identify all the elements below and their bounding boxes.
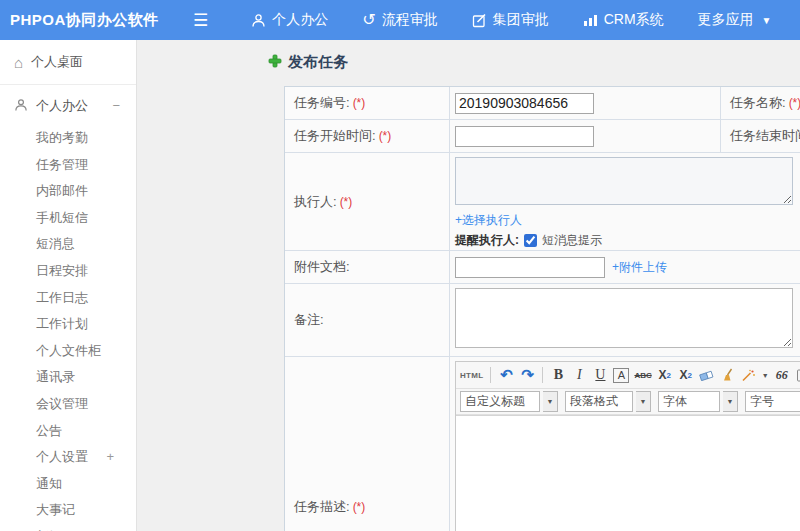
sidebar-item-work-plan[interactable]: 工作计划: [0, 311, 136, 338]
font-family-dropdown[interactable]: 字体: [658, 391, 720, 412]
editor-content-area[interactable]: [456, 415, 800, 531]
choose-executor-link[interactable]: +选择执行人: [455, 212, 522, 229]
attachment-input[interactable]: [455, 257, 605, 278]
top-nav: 个人办公 ↺ 流程审批 集团审批 CRM系统 更多应用 ▼: [234, 0, 788, 40]
html-source-button[interactable]: HTML: [460, 365, 483, 385]
page-title: 发布任务: [268, 53, 348, 72]
remark-textarea[interactable]: [455, 288, 793, 348]
sidebar-item-events[interactable]: 大事记: [0, 497, 136, 524]
format-brush-icon[interactable]: [720, 365, 736, 385]
custom-title-dropdown-caret[interactable]: ▼: [543, 391, 558, 412]
remind-line: 提醒执行人: 短消息提示: [455, 232, 800, 249]
row-attachment: 附件文档: +附件上传: [285, 251, 800, 284]
sidebar-item-work-log[interactable]: 工作日志: [0, 285, 136, 312]
plus-icon: [268, 54, 282, 72]
remark-label: 备注:: [285, 284, 450, 356]
font-family-dropdown-caret[interactable]: ▼: [723, 391, 738, 412]
nav-label: 更多应用: [698, 11, 754, 29]
paragraph-format-dropdown-caret[interactable]: ▼: [636, 391, 651, 412]
user-icon: [14, 98, 28, 115]
required-mark: (*): [340, 195, 353, 209]
sidebar-item-internal-mail[interactable]: 内部邮件: [0, 178, 136, 205]
nav-label: 个人办公: [272, 11, 328, 29]
sidebar-item-file-cabinet[interactable]: 个人文件柜: [0, 338, 136, 365]
sidebar-item-task-management[interactable]: 任务管理: [0, 152, 136, 179]
sidebar-item-label: 个人设置: [36, 449, 88, 464]
page-title-text: 发布任务: [288, 53, 348, 72]
executor-textarea[interactable]: [455, 157, 793, 205]
sidebar-item-announcement[interactable]: 公告: [0, 418, 136, 445]
required-mark: (*): [789, 96, 800, 110]
required-mark: (*): [379, 129, 392, 143]
nav-process-approval[interactable]: ↺ 流程审批: [345, 0, 454, 40]
user-icon: [251, 13, 266, 28]
underline-button[interactable]: U: [592, 365, 608, 385]
bar-chart-icon: [583, 13, 598, 27]
collapse-icon[interactable]: −: [112, 98, 120, 113]
sidebar-item-schedule[interactable]: 日程安排: [0, 258, 136, 285]
strikethrough-button[interactable]: ABC: [634, 365, 651, 385]
sidebar-item-desktop[interactable]: ⌂ 个人桌面: [0, 40, 136, 85]
blockquote-button[interactable]: 66: [774, 365, 790, 385]
end-time-label: 任务结束时间: (*): [721, 120, 800, 152]
chevron-down-icon: ▼: [762, 15, 772, 26]
superscript-button[interactable]: X2: [657, 365, 673, 385]
task-name-label: 任务名称: (*): [721, 87, 800, 119]
undo-icon[interactable]: ↶: [498, 365, 514, 385]
sidebar: ⌂ 个人桌面 个人办公 − 我的考勤 任务管理 内部邮件 手机短信 短消息 日程…: [0, 40, 137, 531]
sidebar-group-personal-office[interactable]: 个人办公 −: [0, 85, 136, 125]
paragraph-format-dropdown[interactable]: 段落格式: [565, 391, 633, 412]
nav-more-apps[interactable]: 更多应用 ▼: [681, 0, 789, 40]
app-logo: PHPOA协同办公软件: [0, 11, 165, 30]
row-task-number: 任务编号: (*) 任务名称: (*): [285, 87, 800, 120]
row-description: 任务描述: (*) HTML ↶ ↷ B I U A ABC: [285, 357, 800, 531]
remind-executor-label: 提醒执行人:: [455, 232, 519, 249]
sidebar-item-contacts[interactable]: 通讯录: [0, 364, 136, 391]
toolbar-separator: [542, 367, 543, 383]
toolbar-separator: [490, 367, 491, 383]
sidebar-item-label: 个人桌面: [31, 53, 83, 71]
eraser-icon[interactable]: [699, 365, 715, 385]
nav-group-approval[interactable]: 集团审批: [455, 0, 566, 40]
sidebar-item-news[interactable]: 新闻: [0, 524, 136, 531]
font-border-button[interactable]: A: [613, 368, 629, 383]
attachment-cell: +附件上传: [450, 251, 667, 283]
font-size-dropdown[interactable]: 字号: [745, 391, 800, 412]
sidebar-item-attendance[interactable]: 我的考勤: [0, 125, 136, 152]
sms-remind-checkbox[interactable]: [524, 234, 537, 247]
home-icon: ⌂: [14, 55, 23, 70]
custom-title-dropdown[interactable]: 自定义标题: [460, 391, 540, 412]
italic-button[interactable]: I: [571, 365, 587, 385]
subscript-button[interactable]: X2: [678, 365, 694, 385]
paste-text-icon[interactable]: T: [795, 365, 800, 385]
row-start-time: 任务开始时间: (*) 任务结束时间: (*): [285, 120, 800, 153]
menu-toggle-icon[interactable]: ☰: [193, 10, 208, 31]
nav-label: 流程审批: [382, 11, 438, 29]
row-remark: 备注:: [285, 284, 800, 357]
task-number-label: 任务编号: (*): [285, 87, 450, 119]
sidebar-item-meeting[interactable]: 会议管理: [0, 391, 136, 418]
rich-text-editor: HTML ↶ ↷ B I U A ABC X2 X2: [455, 361, 800, 531]
nav-crm-system[interactable]: CRM系统: [566, 0, 681, 40]
start-time-cell: [450, 120, 721, 152]
wand-dropdown-caret[interactable]: ▼: [762, 372, 769, 379]
required-mark: (*): [353, 96, 366, 110]
start-time-input[interactable]: [455, 126, 594, 147]
sidebar-item-notice[interactable]: 通知: [0, 471, 136, 498]
attachment-label: 附件文档:: [285, 251, 450, 283]
expand-icon[interactable]: +: [106, 450, 114, 465]
publish-task-form: 任务编号: (*) 任务名称: (*) 任务开始时间: (*) 任务结束时间:: [284, 86, 800, 531]
attachment-upload-link[interactable]: +附件上传: [612, 259, 667, 276]
nav-label: 集团审批: [493, 11, 549, 29]
autoformat-wand-icon[interactable]: [741, 365, 757, 385]
sidebar-item-mobile-sms[interactable]: 手机短信: [0, 205, 136, 232]
editor-toolbar-2: 自定义标题 ▼ 段落格式 ▼ 字体 ▼ 字号 ▼: [456, 389, 800, 415]
required-mark: (*): [353, 500, 366, 514]
redo-icon[interactable]: ↷: [519, 365, 535, 385]
sidebar-item-short-message[interactable]: 短消息: [0, 231, 136, 258]
sidebar-item-personal-settings[interactable]: 个人设置 +: [0, 444, 136, 471]
task-number-input[interactable]: [455, 93, 594, 114]
nav-personal-office[interactable]: 个人办公: [234, 0, 345, 40]
bold-button[interactable]: B: [550, 365, 566, 385]
main-content: 发布任务 任务编号: (*) 任务名称: (*) 任务开始时间: (*): [138, 40, 800, 531]
